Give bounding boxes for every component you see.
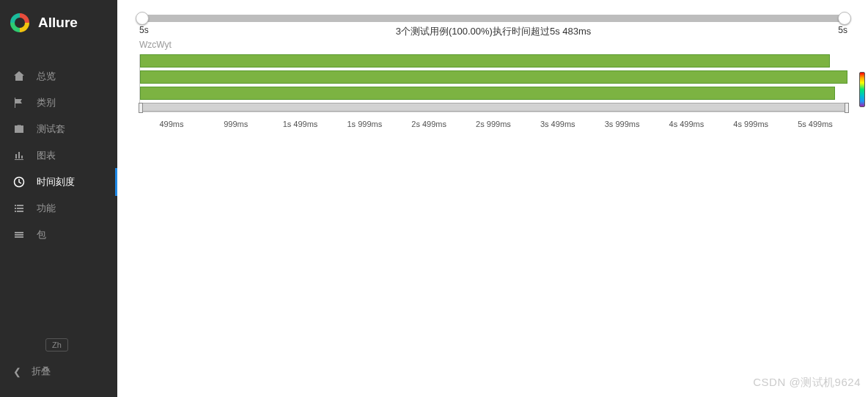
sidebar-item-packages[interactable]: 包 [0,222,117,248]
axis-tick: 5s 499ms [783,120,847,128]
color-legend-bar[interactable] [859,72,865,107]
nav: 总览 类别 测试套 图表 时间刻度 功能 包 [0,63,117,248]
collapse-button[interactable]: ❮ 折叠 [13,365,51,378]
series-label: WzcWyt [139,40,847,50]
sidebar-item-suites[interactable]: 测试套 [0,116,117,142]
axis-tick: 1s 999ms [332,120,397,128]
sidebar-item-label: 图表 [37,149,56,162]
watermark: CSDN @测试机9624 [753,376,861,390]
language-selector[interactable]: Zh [45,338,68,352]
brush-grip-left[interactable] [139,103,143,113]
brush-selector[interactable] [140,103,847,112]
collapse-label: 折叠 [32,365,51,378]
layers-icon [13,229,25,241]
sidebar-item-label: 测试套 [37,123,65,136]
sidebar-item-label: 总览 [37,70,56,83]
axis-tick: 4s 999ms [718,120,783,128]
axis-tick: 999ms [204,120,268,128]
slider-summary-text: 3个测试用例(100.00%)执行时间超过5s 483ms [139,25,847,38]
brush-grip-right[interactable] [845,103,849,113]
slider-thumb-left[interactable] [136,12,149,25]
sidebar-item-features[interactable]: 功能 [0,195,117,222]
sidebar-item-label: 类别 [37,96,56,109]
x-axis: 499ms 999ms 1s 499ms 1s 999ms 2s 499ms 2… [139,120,847,128]
timeline-bar[interactable] [140,70,847,84]
list-icon [13,203,25,214]
slider-thumb-right[interactable] [838,12,851,25]
axis-tick: 2s 499ms [397,120,461,128]
sidebar-item-overview[interactable]: 总览 [0,63,117,90]
timeline-bar[interactable] [140,87,835,100]
sidebar-item-label: 功能 [37,202,56,215]
chart-icon [13,150,25,161]
allure-logo-icon [10,13,29,32]
sidebar-item-timeline[interactable]: 时间刻度 [0,169,117,195]
axis-tick: 3s 999ms [590,120,655,128]
axis-tick: 4s 499ms [655,120,719,128]
axis-tick: 1s 499ms [268,120,333,128]
sidebar-item-label: 包 [37,228,46,241]
axis-tick: 499ms [139,120,204,128]
clock-icon [13,176,25,188]
chevron-left-icon: ❮ [13,366,21,377]
sidebar-item-label: 时间刻度 [37,175,75,189]
flag-icon [13,97,25,109]
brand-title: Allure [38,15,78,31]
slider-track[interactable] [139,15,847,22]
briefcase-icon [13,123,25,135]
bars-frame [139,54,847,112]
sidebar-item-categories[interactable]: 类别 [0,90,117,116]
sidebar-item-charts[interactable]: 图表 [0,142,117,169]
time-range-slider[interactable]: 5s 5s 3个测试用例(100.00%)执行时间超过5s 483ms [139,15,847,35]
logo-row[interactable]: Allure [0,0,117,45]
timeline-bar[interactable] [140,54,830,68]
sidebar: Allure 总览 类别 测试套 图表 时间刻度 功能 [0,0,117,397]
axis-tick: 2s 999ms [461,120,526,128]
main-content: 5s 5s 3个测试用例(100.00%)执行时间超过5s 483ms WzcW… [117,0,868,397]
timeline-chart: WzcWyt 499ms 999ms 1s 499ms 1s 999ms 2s … [139,40,847,128]
axis-tick: 3s 499ms [526,120,590,128]
home-icon [13,70,25,82]
